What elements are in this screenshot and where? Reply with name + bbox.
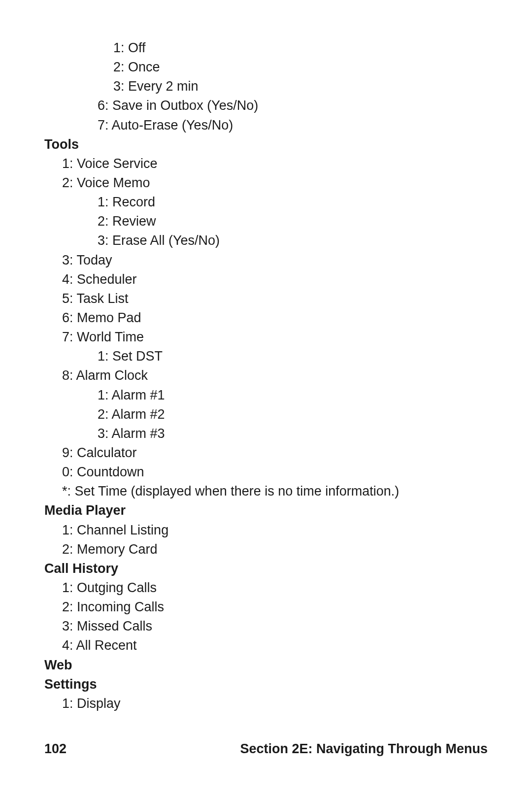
menu-item: 1: Alarm #1	[98, 386, 488, 405]
menu-item: 2: Memory Card	[62, 540, 488, 559]
menu-item: 1: Record	[98, 193, 488, 212]
menu-item: *: Set Time (displayed when there is no …	[62, 482, 488, 501]
menu-item: 1: Set DST	[98, 347, 488, 366]
menu-section-heading: Web	[44, 656, 488, 675]
menu-item: 3: Missed Calls	[62, 617, 488, 636]
menu-outline: 1: Off2: Once3: Every 2 min6: Save in Ou…	[44, 38, 488, 713]
menu-item: 7: Auto-Erase (Yes/No)	[98, 116, 488, 135]
menu-item: 1: Off	[113, 38, 488, 58]
menu-section-heading: Settings	[44, 675, 488, 694]
menu-item: 8: Alarm Clock	[62, 366, 488, 385]
menu-item: 2: Once	[113, 58, 488, 77]
menu-item: 4: Scheduler	[62, 270, 488, 289]
menu-item: 2: Voice Memo	[62, 173, 488, 193]
menu-item: 1: Voice Service	[62, 154, 488, 173]
menu-item: 3: Alarm #3	[98, 424, 488, 443]
menu-section-heading: Tools	[44, 135, 488, 154]
menu-item: 3: Erase All (Yes/No)	[98, 231, 488, 250]
menu-item: 1: Outging Calls	[62, 578, 488, 598]
menu-item: 2: Incoming Calls	[62, 598, 488, 617]
menu-item: 6: Save in Outbox (Yes/No)	[98, 96, 488, 115]
menu-item: 3: Every 2 min	[113, 77, 488, 96]
menu-item: 1: Display	[62, 694, 488, 713]
menu-item: 6: Memo Pad	[62, 308, 488, 328]
menu-item: 1: Channel Listing	[62, 521, 488, 540]
menu-section-heading: Media Player	[44, 501, 488, 520]
page-number: 102	[44, 739, 66, 759]
section-label: Section 2E: Navigating Through Menus	[240, 739, 488, 759]
menu-item: 2: Alarm #2	[98, 405, 488, 424]
menu-item: 5: Task List	[62, 289, 488, 308]
menu-item: 0: Countdown	[62, 463, 488, 482]
menu-item: 7: World Time	[62, 328, 488, 347]
menu-item: 9: Calculator	[62, 443, 488, 463]
menu-item: 3: Today	[62, 251, 488, 270]
menu-item: 4: All Recent	[62, 636, 488, 655]
page-footer: 102 Section 2E: Navigating Through Menus	[44, 739, 488, 759]
menu-item: 2: Review	[98, 212, 488, 231]
menu-section-heading: Call History	[44, 559, 488, 578]
